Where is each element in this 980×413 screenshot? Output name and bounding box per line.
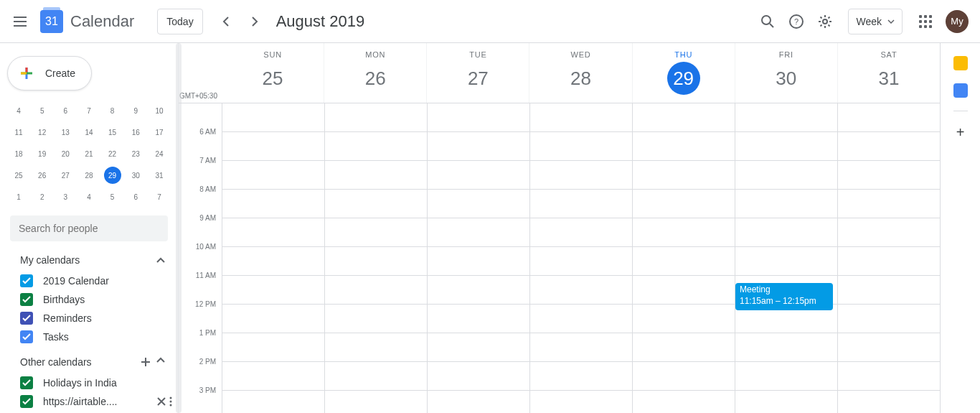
calendar-event[interactable]: Meeting11:15am – 12:15pm <box>735 283 833 310</box>
day-column[interactable] <box>632 103 735 413</box>
day-number[interactable]: 29 <box>667 62 700 95</box>
day-number[interactable]: 26 <box>359 62 392 95</box>
hour-cell[interactable] <box>530 190 632 218</box>
hour-cell[interactable] <box>325 391 427 413</box>
hour-cell[interactable] <box>325 333 427 362</box>
mini-calendar-day[interactable]: 5 <box>34 102 51 119</box>
hour-cell[interactable] <box>222 276 324 305</box>
mini-calendar-day[interactable]: 23 <box>127 145 144 162</box>
hour-cell[interactable] <box>530 362 632 391</box>
hour-cell[interactable] <box>838 247 940 276</box>
view-selector[interactable]: Week <box>848 9 903 34</box>
mini-calendar[interactable]: 4567891011121314151617181920212223242526… <box>0 102 178 205</box>
hour-cell[interactable] <box>735 362 837 391</box>
hour-cell[interactable] <box>735 247 837 276</box>
mini-calendar-day[interactable]: 3 <box>57 188 74 205</box>
calendar-checkbox[interactable] <box>20 293 33 306</box>
mini-calendar-day[interactable]: 12 <box>34 124 51 141</box>
mini-calendar-day[interactable]: 28 <box>80 167 98 184</box>
hour-cell[interactable] <box>530 305 632 333</box>
hour-cell[interactable] <box>735 132 837 161</box>
add-calendar-icon[interactable] <box>141 357 151 367</box>
hour-cell[interactable] <box>222 132 324 161</box>
calendar-checkbox[interactable] <box>20 376 33 389</box>
hour-cell[interactable] <box>325 132 427 161</box>
mini-calendar-day[interactable]: 29 <box>104 167 121 184</box>
day-header[interactable]: WED28 <box>529 43 631 103</box>
hour-cell[interactable] <box>633 391 735 413</box>
hour-cell[interactable] <box>428 190 529 218</box>
day-header[interactable]: FRI30 <box>735 43 837 103</box>
mini-calendar-day[interactable]: 30 <box>127 167 144 184</box>
day-column[interactable] <box>529 103 632 413</box>
hour-cell[interactable] <box>428 333 529 362</box>
mini-calendar-day[interactable]: 10 <box>151 102 168 119</box>
hour-cell[interactable] <box>530 103 632 132</box>
hour-cell[interactable] <box>428 132 529 161</box>
hour-cell[interactable] <box>325 190 427 218</box>
hour-cell[interactable] <box>735 333 837 362</box>
hour-cell[interactable] <box>838 391 940 413</box>
hour-cell[interactable] <box>325 362 427 391</box>
mini-calendar-day[interactable]: 1 <box>10 188 27 205</box>
hour-cell[interactable] <box>838 218 940 247</box>
get-addons-button[interactable]: + <box>956 124 965 141</box>
remove-calendar-icon[interactable] <box>156 396 166 407</box>
hour-cell[interactable] <box>838 305 940 333</box>
hour-cell[interactable] <box>633 218 735 247</box>
hour-cell[interactable] <box>633 247 735 276</box>
mini-calendar-day[interactable]: 21 <box>80 145 98 162</box>
main-menu-button[interactable] <box>6 7 34 36</box>
hour-cell[interactable] <box>222 103 324 132</box>
mini-calendar-day[interactable]: 18 <box>10 145 27 162</box>
day-number[interactable]: 30 <box>770 62 803 95</box>
hour-cell[interactable] <box>838 190 940 218</box>
calendar-checkbox[interactable] <box>20 330 33 343</box>
day-column[interactable] <box>837 103 940 413</box>
mini-calendar-day[interactable]: 4 <box>10 102 27 119</box>
mini-calendar-day[interactable]: 9 <box>127 102 144 119</box>
mini-calendar-day[interactable]: 27 <box>57 167 74 184</box>
mini-calendar-day[interactable]: 7 <box>80 102 98 119</box>
hour-cell[interactable] <box>838 132 940 161</box>
hour-cell[interactable] <box>428 305 529 333</box>
hour-cell[interactable] <box>222 190 324 218</box>
other-calendars-header[interactable]: Other calendars <box>0 346 178 373</box>
day-number[interactable]: 25 <box>256 62 289 95</box>
hour-cell[interactable] <box>530 247 632 276</box>
mini-calendar-day[interactable]: 2 <box>34 188 51 205</box>
hour-cell[interactable] <box>530 218 632 247</box>
mini-calendar-day[interactable]: 17 <box>151 124 168 141</box>
day-header[interactable]: MON26 <box>324 43 426 103</box>
mini-calendar-day[interactable]: 8 <box>104 102 121 119</box>
next-period-button[interactable] <box>240 7 269 36</box>
hour-cell[interactable] <box>428 161 529 190</box>
hour-cell[interactable] <box>838 362 940 391</box>
hour-cell[interactable] <box>325 247 427 276</box>
hour-cell[interactable] <box>428 218 529 247</box>
create-button[interactable]: Create <box>7 56 92 91</box>
search-button[interactable] <box>753 7 782 36</box>
day-column[interactable] <box>324 103 427 413</box>
mini-calendar-day[interactable]: 14 <box>80 124 98 141</box>
calendar-list-item[interactable]: Reminders <box>0 309 178 328</box>
hour-cell[interactable] <box>428 362 529 391</box>
calendar-list-item[interactable]: Tasks <box>0 328 178 346</box>
hour-cell[interactable] <box>530 276 632 305</box>
hour-cell[interactable] <box>222 333 324 362</box>
hour-cell[interactable] <box>222 391 324 413</box>
hour-cell[interactable] <box>325 161 427 190</box>
mini-calendar-day[interactable]: 20 <box>57 145 74 162</box>
hour-cell[interactable] <box>325 305 427 333</box>
hour-cell[interactable] <box>735 161 837 190</box>
hour-cell[interactable] <box>838 161 940 190</box>
hour-cell[interactable] <box>222 305 324 333</box>
mini-calendar-day[interactable]: 4 <box>80 188 98 205</box>
hour-cell[interactable] <box>735 190 837 218</box>
hour-cell[interactable] <box>428 103 529 132</box>
support-button[interactable]: ? <box>782 7 811 36</box>
hour-cell[interactable] <box>325 276 427 305</box>
mini-calendar-day[interactable]: 6 <box>57 102 74 119</box>
hour-cell[interactable] <box>735 103 837 132</box>
hour-cell[interactable] <box>838 333 940 362</box>
